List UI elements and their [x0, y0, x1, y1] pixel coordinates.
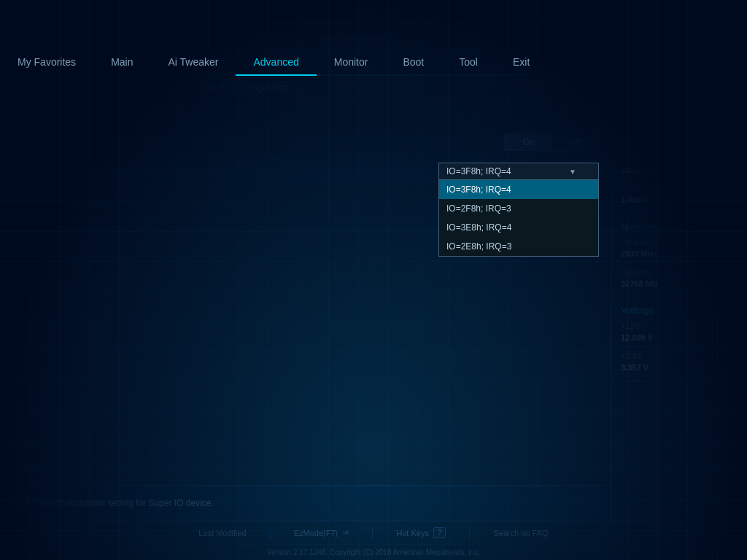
dropdown-option-3[interactable]: IO=2E8h; IRQ=3	[439, 237, 598, 256]
dropdown-option-0[interactable]: IO=3F8h; IRQ=4	[439, 180, 598, 199]
nav-exit[interactable]: Exit	[495, 50, 547, 74]
dropdown-trigger[interactable]: IO=3F8h; IRQ=4 ▼	[438, 163, 599, 180]
nav-monitor[interactable]: Monitor	[317, 50, 386, 74]
nav-main[interactable]: Main	[93, 50, 150, 74]
nav-boot[interactable]: Boot	[385, 50, 441, 74]
dropdown-option-2[interactable]: IO=3E8h; IRQ=4	[439, 218, 598, 237]
dropdown-selected-value: IO=3F8h; IRQ=4	[446, 166, 511, 176]
dropdown-option-1[interactable]: IO=2F8h; IRQ=3	[439, 199, 598, 218]
change-settings-dropdown[interactable]: IO=3F8h; IRQ=4 ▼ IO=3F8h; IRQ=4 IO=2F8h;…	[438, 163, 599, 180]
nav-my-favorites[interactable]: My Favorites	[0, 50, 93, 74]
dropdown-arrow-icon: ▼	[569, 168, 576, 176]
dropdown-list: IO=3F8h; IRQ=4 IO=2F8h; IRQ=3 IO=3E8h; I…	[438, 180, 599, 257]
nav-tool[interactable]: Tool	[441, 50, 495, 74]
nav-advanced[interactable]: Advanced	[236, 50, 316, 76]
nav-ai-tweaker[interactable]: Ai Tweaker	[150, 50, 236, 74]
